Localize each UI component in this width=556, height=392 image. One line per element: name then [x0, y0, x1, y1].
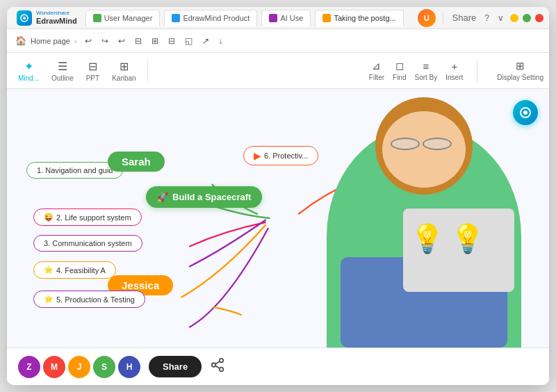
- svg-line-8: [215, 361, 220, 364]
- display-setting-label: Display Setting: [497, 74, 543, 81]
- action4[interactable]: ⊟: [131, 35, 145, 47]
- tab-ai[interactable]: AI Use: [261, 10, 311, 26]
- breadcrumb: Home page: [31, 37, 70, 45]
- view-mode-mind[interactable]: ✦ Mind...: [13, 57, 44, 85]
- feas-star: ⭐: [44, 266, 54, 275]
- help-icon[interactable]: ?: [482, 13, 491, 23]
- node-protective[interactable]: ▶ 6. Protectiv...: [243, 146, 318, 165]
- ai-icon: [269, 14, 277, 22]
- sort-icon: ≡: [423, 60, 430, 72]
- avatar-h: H: [118, 356, 140, 378]
- insert-label: Insert: [445, 74, 463, 81]
- tab-user-manager[interactable]: User Manager: [85, 10, 161, 26]
- avatar-z: Z: [18, 356, 40, 378]
- undo-btn[interactable]: ↩: [81, 35, 95, 47]
- view-mode-kanban[interactable]: ⊞ Kanban: [106, 57, 141, 85]
- avatar-s: S: [93, 356, 115, 378]
- filter-label: Filter: [369, 74, 384, 81]
- user-manager-icon: [93, 14, 101, 22]
- display-setting-btn[interactable]: ⊞ Display Setting: [497, 60, 543, 81]
- svg-point-1: [23, 17, 26, 19]
- node-production[interactable]: ⭐ 5. Production & Testing: [33, 291, 145, 308]
- avatar-j: J: [68, 356, 90, 378]
- tab-taking-label: Taking the postg...: [334, 14, 395, 22]
- toolbar-separator: [147, 60, 148, 81]
- person-laptop: 💡 💡: [403, 209, 514, 292]
- svg-line-7: [215, 366, 220, 368]
- share-button[interactable]: Share: [149, 356, 202, 377]
- view-mode-outline[interactable]: ☰ Outline: [46, 57, 79, 85]
- separator: [443, 12, 443, 24]
- life-label: 2. Life support system: [56, 213, 131, 222]
- insert-btn[interactable]: + Insert: [445, 60, 463, 81]
- feas-label: 4. Feasibility A: [56, 266, 106, 275]
- nav-label: 1. Navigation and guid: [37, 166, 113, 174]
- user-avatar: U: [418, 9, 436, 27]
- laptop-emojis: 💡 💡: [403, 209, 514, 269]
- action8[interactable]: ↗: [199, 35, 213, 47]
- mind-label: Mind...: [18, 74, 39, 82]
- svg-point-3: [523, 111, 528, 115]
- person-image-area: 💡 💡: [285, 89, 549, 348]
- bottom-bar: Z M J S H Share: [7, 348, 549, 385]
- share-top-btn[interactable]: Share: [450, 13, 479, 23]
- node-communication[interactable]: 3. Communication system: [33, 235, 142, 252]
- kanban-icon: ⊞: [120, 60, 129, 73]
- action3[interactable]: ↩: [115, 35, 129, 47]
- share-network-icon[interactable]: [210, 357, 225, 376]
- outline-label: Outline: [51, 74, 74, 82]
- sort-label: Sort By: [414, 74, 437, 81]
- chevron-down-icon[interactable]: ∨: [496, 13, 506, 23]
- avatar-m: M: [43, 356, 65, 378]
- avatar-group: Z M J S H: [18, 356, 140, 378]
- sort-btn[interactable]: ≡ Sort By: [414, 60, 437, 81]
- breadcrumb-separator: ›: [74, 37, 77, 45]
- node-feasibility[interactable]: ⭐ 4. Feasibility A: [33, 261, 116, 279]
- find-btn[interactable]: ◻ Find: [393, 60, 406, 81]
- ppt-label: PPT: [86, 74, 99, 82]
- svg-point-5: [212, 363, 216, 367]
- tab-product[interactable]: EdrawMind Product: [164, 10, 257, 26]
- name-tag-sarah[interactable]: Sarah: [108, 152, 165, 172]
- insert-icon: +: [451, 60, 457, 72]
- tab-product-label: EdrawMind Product: [183, 14, 250, 22]
- home-icon[interactable]: 🏠: [13, 34, 29, 47]
- edrawmind-circle-btn[interactable]: [513, 100, 538, 125]
- action7[interactable]: ◱: [181, 35, 196, 47]
- app-window: Wondershare EdrawMind User Manager Edraw…: [7, 7, 549, 385]
- close-btn[interactable]: [535, 14, 543, 22]
- tab-taking[interactable]: Taking the postg...: [315, 10, 403, 26]
- jessica-label: Jessica: [122, 279, 159, 291]
- avatar-z-letter: Z: [26, 362, 31, 372]
- logo-svg: [19, 13, 29, 23]
- view-modes: ✦ Mind... ☰ Outline ⊟ PPT ⊞ Kanban: [13, 57, 142, 85]
- prot-label: 6. Protectiv...: [264, 152, 308, 160]
- avatar-h-letter: H: [126, 362, 133, 372]
- action9[interactable]: ↓: [215, 35, 227, 47]
- window-controls: U Share ? ∨: [418, 9, 543, 27]
- toolbar-separator2: [477, 60, 477, 81]
- find-label: Find: [393, 74, 406, 81]
- breadcrumb-toolbar: 🏠 Home page › ↩ ↪ ↩ ⊟ ⊞ ⊟ ◱ ↗ ↓: [7, 29, 549, 53]
- title-bar: Wondershare EdrawMind User Manager Edraw…: [7, 7, 549, 29]
- maximize-btn[interactable]: [523, 14, 531, 22]
- node-life-support[interactable]: 😜 2. Life support system: [33, 209, 142, 226]
- avatar-j-letter: J: [77, 362, 82, 372]
- minimize-btn[interactable]: [510, 14, 518, 22]
- filter-btn[interactable]: ⊿ Filter: [369, 60, 384, 81]
- taking-icon: [322, 14, 331, 22]
- brand-top: Wondershare: [36, 10, 77, 17]
- action6[interactable]: ⊟: [165, 35, 179, 47]
- center-node[interactable]: 🚀 Build a Spacecraft: [146, 186, 262, 208]
- mind-icon: ✦: [24, 60, 33, 73]
- redo-btn[interactable]: ↪: [98, 35, 112, 47]
- ppt-icon: ⊟: [88, 60, 97, 73]
- action5[interactable]: ⊞: [148, 35, 162, 47]
- main-content: 🚀 Build a Spacecraft 1. Navigation and g…: [7, 89, 549, 348]
- logo-icon: [17, 10, 32, 26]
- prod-star: ⭐: [44, 295, 54, 304]
- brand-bottom: EdrawMind: [36, 17, 77, 25]
- kanban-label: Kanban: [112, 74, 136, 82]
- view-mode-ppt[interactable]: ⊟ PPT: [81, 57, 105, 85]
- edrawmind-logo: Wondershare EdrawMind: [13, 10, 81, 26]
